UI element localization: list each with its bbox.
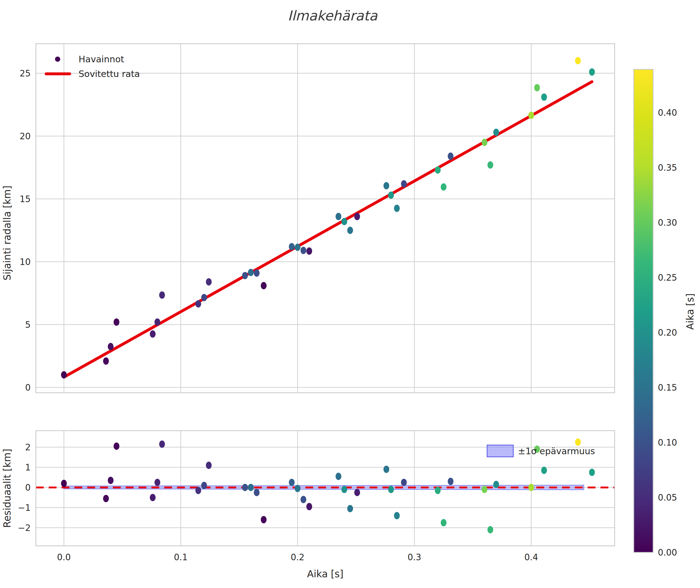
residual-point [289,479,294,486]
x-axis-label: Aika [s] [307,568,343,580]
data-point [354,213,360,220]
colorbar-gradient [634,69,653,552]
colorbar-tick-label: 0.20 [658,328,677,338]
data-point [448,153,454,160]
data-point [61,371,67,379]
y-tick-label: 0 [25,382,31,393]
colorbar-tick-label: 0.15 [658,382,677,393]
data-point [487,161,493,169]
residual-point [150,494,155,501]
residual-point [341,486,347,493]
data-point [150,330,155,338]
data-point [589,68,595,76]
x-tick-label: 0.1 [174,552,187,562]
x-tick-label: 0.2 [291,552,304,562]
data-point [575,57,581,64]
residual-point [441,519,447,526]
data-point [300,247,306,254]
data-point [248,269,254,276]
residual-point [61,480,67,487]
colorbar-tick-label: 0.10 [658,437,677,448]
observations-marker-icon [55,57,60,62]
colorbar-tick-label: 0.25 [658,273,677,283]
colorbar-label: Aika [s] [685,293,696,330]
data-point [306,247,312,255]
scatter-layer [61,57,595,534]
colorbar-tick-label: 0.00 [658,547,677,558]
data-point [201,294,207,301]
residual-point [195,487,201,494]
legend-observations: Havainnot [55,54,124,64]
data-point [159,291,165,299]
residual-point [201,482,207,489]
residual-point [354,489,360,496]
data-point [534,84,540,91]
residual-point [493,481,499,488]
uncertainty-band-swatch-icon [487,445,513,457]
data-point [528,112,534,119]
residual-point [448,478,454,485]
residual-point [541,467,547,474]
residual-point [206,462,211,469]
residual-point [435,487,441,494]
data-point [103,357,109,365]
residual-point [242,484,248,491]
residual-point [384,466,389,473]
legend-uncertainty: ±1σ epävarmuus [487,445,595,457]
figure: 0510152025210−1−20.00.10.20.30.4 0.000.0… [0,0,700,588]
residual-point [300,496,306,503]
x-tick-label: 0.4 [524,552,538,562]
data-point [341,218,347,225]
data-point [294,244,300,251]
top-y-axis-label: Sijainti radalla [km] [2,186,13,280]
residual-point [575,439,581,446]
x-tick-label: 0.3 [408,552,421,562]
data-point [242,272,248,279]
data-point [384,182,389,189]
colorbar-tick-label: 0.35 [658,163,677,173]
residual-point [401,479,407,486]
colorbar-tick-label: 0.05 [658,492,677,503]
colorbar-tick-label: 0.30 [658,218,677,228]
data-point [254,269,259,277]
axes-frame [36,44,615,393]
y-tick-label: 15 [20,194,31,204]
legend-fitted-line-label: Sovitettu rata [79,69,140,79]
data-point [441,183,447,191]
y-tick-label: 20 [20,131,31,141]
residual-point [294,485,300,492]
data-point [388,191,394,199]
y-tick-label: 0 [25,482,31,493]
data-point [261,282,266,289]
y-tick-label: 1 [25,462,31,473]
chart-canvas: 0510152025210−1−20.00.10.20.30.4 0.000.0… [0,0,700,588]
data-point [154,318,160,326]
y-tick-label: −1 [18,503,31,513]
residual-point [154,479,160,486]
y-tick-label: 2 [25,442,31,452]
residual-point [589,469,595,476]
line-layer [36,82,615,487]
residual-point [347,505,353,512]
x-tick-label: 0.0 [57,552,71,562]
data-point [114,318,119,326]
data-point [541,93,547,101]
residual-point [306,503,312,510]
colorbar: 0.000.050.100.150.200.250.300.350.40 [634,69,677,558]
data-point [401,180,407,187]
data-point [195,300,201,308]
residual-point [254,489,259,496]
colorbar-tick-label: 0.40 [658,108,677,118]
data-point [289,243,294,250]
residual-point [528,484,534,491]
residual-point [108,477,114,484]
residual-point [388,486,394,493]
legend-uncertainty-label: ±1σ epävarmuus [518,446,595,456]
residual-point [159,441,165,448]
data-point [482,139,487,146]
residual-point [394,512,400,519]
data-point [435,166,441,174]
residual-point [114,442,119,450]
data-point [206,278,211,286]
residual-point [487,526,493,533]
